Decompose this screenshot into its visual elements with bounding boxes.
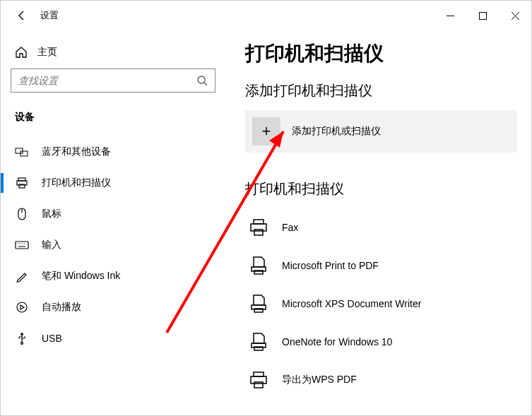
printer-item-onenote[interactable]: OneNote for Windows 10 xyxy=(245,323,517,361)
usb-icon xyxy=(15,331,29,345)
printer-icon xyxy=(248,369,269,391)
sidebar-item-label: 笔和 Windows Ink xyxy=(42,270,120,283)
file-printer-icon xyxy=(248,255,269,276)
sidebar-item-printers[interactable]: 打印机和扫描仪 xyxy=(11,167,215,198)
sidebar-item-usb[interactable]: USB xyxy=(11,323,215,354)
plus-icon: + xyxy=(252,117,280,145)
svg-rect-26 xyxy=(254,309,263,312)
sidebar-item-label: 打印机和扫描仪 xyxy=(42,177,111,189)
printer-item-xps[interactable]: Microsoft XPS Document Writer xyxy=(245,285,517,323)
svg-line-3 xyxy=(204,83,207,85)
sidebar-item-typing[interactable]: 输入 xyxy=(11,230,215,261)
printer-list: Fax Microsoft Print to PDF Microsoft XPS… xyxy=(245,208,517,399)
sidebar-item-mouse[interactable]: 鼠标 xyxy=(11,198,215,230)
sidebar-item-autoplay[interactable]: 自动播放 xyxy=(11,292,215,323)
svg-rect-24 xyxy=(254,271,263,274)
printer-item-label: Fax xyxy=(282,222,298,233)
sidebar-section-label: 设备 xyxy=(11,108,215,136)
printer-item-label: OneNote for Windows 10 xyxy=(282,336,392,347)
sidebar-item-bluetooth[interactable]: 蓝牙和其他设备 xyxy=(11,136,215,167)
sidebar-item-label: 自动播放 xyxy=(42,301,81,314)
add-printer-button[interactable]: + 添加打印机或扫描仪 xyxy=(245,110,517,153)
add-section-title: 添加打印机和扫描仪 xyxy=(245,81,517,100)
home-button[interactable]: 主页 xyxy=(11,42,215,69)
back-button[interactable] xyxy=(6,1,37,30)
sidebar-item-label: 鼠标 xyxy=(42,208,61,220)
sidebar-item-label: 输入 xyxy=(42,239,61,251)
svg-rect-1 xyxy=(479,12,486,19)
bluetooth-devices-icon xyxy=(15,145,29,159)
svg-rect-11 xyxy=(16,242,28,249)
printer-item-label: Microsoft Print to PDF xyxy=(282,260,379,271)
sidebar-item-label: 蓝牙和其他设备 xyxy=(42,145,111,158)
close-button[interactable] xyxy=(499,1,531,30)
search-box[interactable] xyxy=(11,69,215,93)
main-content: 打印机和扫描仪 添加打印机和扫描仪 + 添加打印机或扫描仪 打印机和扫描仪 Fa… xyxy=(225,30,531,415)
printer-item-label: 导出为WPS PDF xyxy=(282,374,357,386)
mouse-icon xyxy=(15,207,29,221)
svg-rect-29 xyxy=(254,372,264,376)
sidebar: 主页 设备 蓝牙和其他设备 打印机和扫描仪 xyxy=(1,30,225,415)
pen-icon xyxy=(15,269,29,283)
sidebar-item-label: USB xyxy=(42,333,62,344)
file-printer-icon xyxy=(248,331,269,352)
autoplay-icon xyxy=(15,300,29,314)
app-title: 设置 xyxy=(40,9,59,22)
printer-item-label: Microsoft XPS Document Writer xyxy=(282,298,421,309)
printer-item-ms-pdf[interactable]: Microsoft Print to PDF xyxy=(245,246,517,285)
svg-point-2 xyxy=(198,76,205,83)
svg-rect-28 xyxy=(254,347,263,350)
printer-item-wps-pdf[interactable]: 导出为WPS PDF xyxy=(245,361,517,399)
printer-item-fax[interactable]: Fax xyxy=(245,208,517,246)
printer-icon xyxy=(15,176,29,190)
page-title: 打印机和扫描仪 xyxy=(245,40,517,67)
maximize-button[interactable] xyxy=(466,1,499,30)
printer-icon xyxy=(248,217,269,238)
add-printer-label: 添加打印机或扫描仪 xyxy=(292,125,381,138)
file-printer-icon xyxy=(248,293,269,314)
svg-rect-22 xyxy=(254,230,263,235)
home-label: 主页 xyxy=(37,46,57,59)
svg-point-17 xyxy=(17,302,27,312)
svg-rect-6 xyxy=(18,178,25,181)
list-section-title: 打印机和扫描仪 xyxy=(245,179,517,198)
home-icon xyxy=(15,46,28,59)
nav-list: 蓝牙和其他设备 打印机和扫描仪 鼠标 输入 xyxy=(11,136,215,354)
svg-rect-20 xyxy=(254,220,264,224)
search-icon xyxy=(196,75,208,86)
keyboard-icon xyxy=(15,238,29,252)
sidebar-item-pen[interactable]: 笔和 Windows Ink xyxy=(11,261,215,292)
titlebar: 设置 xyxy=(1,1,531,30)
search-input[interactable] xyxy=(18,75,196,86)
svg-rect-31 xyxy=(254,382,263,388)
minimize-button[interactable] xyxy=(434,1,466,30)
window-controls xyxy=(434,1,531,30)
